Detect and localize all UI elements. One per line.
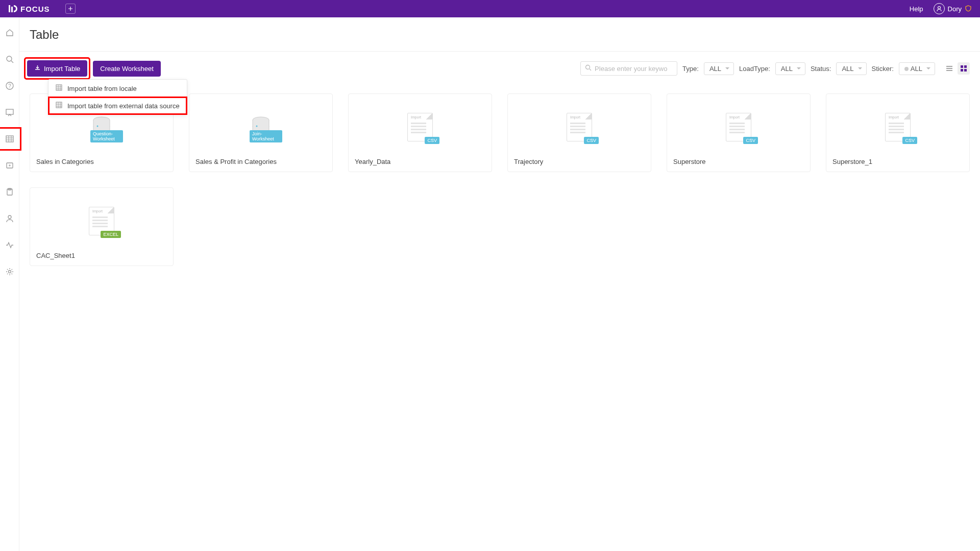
card-icon: CSV xyxy=(514,100,645,154)
svg-point-21 xyxy=(97,125,99,127)
card-title: Superstore xyxy=(673,154,804,165)
svg-rect-6 xyxy=(6,109,13,114)
svg-point-3 xyxy=(7,56,12,61)
sticker-select[interactable]: ALL xyxy=(899,62,935,75)
status-select[interactable]: ALL xyxy=(836,62,866,75)
table-icon xyxy=(56,102,62,110)
card-title: Sales & Profit in Categories xyxy=(195,154,326,165)
import-dropdown: Import table from locale Import table fr… xyxy=(48,79,187,115)
toolbar-right: Type: ALL LoadType: ALL Status: ALL Stic… xyxy=(580,61,970,76)
svg-rect-19 xyxy=(964,69,967,71)
svg-rect-0 xyxy=(9,5,10,12)
type-select[interactable]: ALL xyxy=(704,62,734,75)
help-link[interactable]: Help xyxy=(910,5,923,13)
search-icon xyxy=(585,64,592,73)
nav-clipboard[interactable] xyxy=(4,186,16,198)
import-table-button[interactable]: Import Table xyxy=(27,60,87,77)
import-label: Import Table xyxy=(44,65,80,73)
nav-table[interactable] xyxy=(4,133,16,145)
nav-settings[interactable] xyxy=(4,266,16,278)
svg-rect-16 xyxy=(961,65,963,68)
sticker-label: Sticker: xyxy=(872,65,894,73)
table-card[interactable]: CSVSuperstore_1 xyxy=(826,93,970,172)
nav-search[interactable] xyxy=(4,53,16,65)
card-icon: Join-Worksheet xyxy=(195,100,326,154)
brand-logo: FOCUS xyxy=(8,4,50,13)
page-title: Table xyxy=(19,17,980,52)
sticker-value: ALL xyxy=(911,65,922,73)
search-input[interactable] xyxy=(595,65,673,73)
table-card[interactable]: EXCELCAC_Sheet1 xyxy=(30,187,174,266)
svg-rect-17 xyxy=(964,65,967,68)
nav-user[interactable] xyxy=(4,212,16,225)
brand-text: FOCUS xyxy=(20,5,50,13)
nav-activity[interactable] xyxy=(4,239,16,251)
import-icon xyxy=(34,64,41,73)
sticker-dot-icon xyxy=(904,67,909,71)
side-nav: ? xyxy=(0,17,19,551)
app-header: FOCUS Help Dory xyxy=(0,0,980,17)
nav-home[interactable] xyxy=(4,27,16,39)
svg-point-2 xyxy=(938,7,940,9)
user-badge-icon xyxy=(965,5,972,13)
svg-text:?: ? xyxy=(8,83,11,89)
svg-rect-1 xyxy=(11,7,13,12)
status-label: Status: xyxy=(811,65,831,73)
svg-point-11 xyxy=(8,215,11,219)
grid-view-button[interactable] xyxy=(958,62,970,75)
table-card[interactable]: Join-WorksheetSales & Profit in Categori… xyxy=(189,93,333,172)
svg-rect-7 xyxy=(6,136,13,142)
nav-presentation[interactable] xyxy=(4,106,16,118)
card-icon: CSV xyxy=(673,100,804,154)
main-content: Table Import Table Create Worksheet Impo… xyxy=(19,17,980,551)
card-title: Trajectory xyxy=(514,154,645,165)
dropdown-import-locale[interactable]: Import table from locale xyxy=(48,80,187,97)
user-name: Dory xyxy=(948,5,962,13)
card-title: Sales in Categories xyxy=(36,154,167,165)
svg-point-15 xyxy=(586,65,590,69)
view-toggle xyxy=(943,62,970,75)
add-button[interactable] xyxy=(65,4,76,14)
loadtype-select[interactable]: ALL xyxy=(775,62,805,75)
logo-icon xyxy=(8,4,17,13)
list-view-button[interactable] xyxy=(943,62,955,75)
svg-rect-14 xyxy=(56,102,62,108)
table-icon xyxy=(56,84,62,92)
dropdown-label-1: Import table from external data source xyxy=(67,102,180,110)
import-button-highlight: Import Table xyxy=(26,59,89,78)
user-avatar-icon xyxy=(934,3,945,14)
user-menu[interactable]: Dory xyxy=(934,3,972,14)
card-icon: EXCEL xyxy=(36,194,167,248)
header-right: Help Dory xyxy=(910,3,972,14)
card-icon: CSV xyxy=(832,100,963,154)
card-title: Superstore_1 xyxy=(832,154,963,165)
create-worksheet-button[interactable]: Create Worksheet xyxy=(93,61,161,77)
table-card[interactable]: CSVSuperstore xyxy=(667,93,811,172)
dropdown-label-0: Import table from locale xyxy=(67,85,137,92)
svg-rect-13 xyxy=(56,85,62,90)
card-icon: CSV xyxy=(355,100,485,154)
card-title: Yearly_Data xyxy=(355,154,485,165)
dropdown-import-external[interactable]: Import table from external data source xyxy=(48,97,187,114)
svg-point-24 xyxy=(256,125,258,127)
table-card[interactable]: CSVYearly_Data xyxy=(348,93,492,172)
search-box[interactable] xyxy=(580,61,677,76)
nav-help[interactable]: ? xyxy=(4,80,16,92)
card-title: CAC_Sheet1 xyxy=(36,248,167,259)
nav-folder[interactable] xyxy=(4,159,16,172)
toolbar: Import Table Create Worksheet Import tab… xyxy=(19,52,980,78)
svg-point-12 xyxy=(8,271,11,273)
type-label: Type: xyxy=(682,65,699,73)
svg-rect-18 xyxy=(961,69,963,71)
loadtype-label: LoadType: xyxy=(739,65,770,73)
table-card[interactable]: CSVTrajectory xyxy=(507,93,651,172)
